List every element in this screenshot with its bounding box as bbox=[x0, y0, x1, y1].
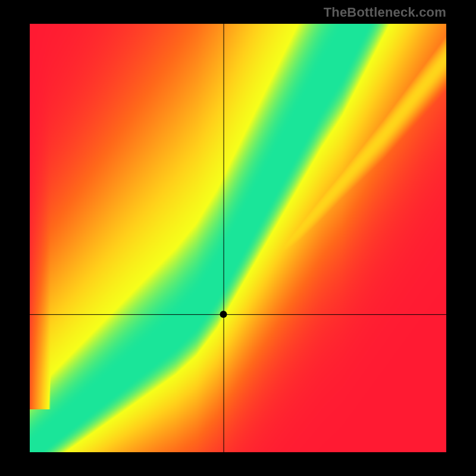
heatmap-plot bbox=[30, 24, 446, 452]
chart-frame: TheBottleneck.com bbox=[0, 0, 476, 476]
watermark-text: TheBottleneck.com bbox=[324, 5, 446, 20]
heatmap-canvas bbox=[30, 24, 446, 452]
